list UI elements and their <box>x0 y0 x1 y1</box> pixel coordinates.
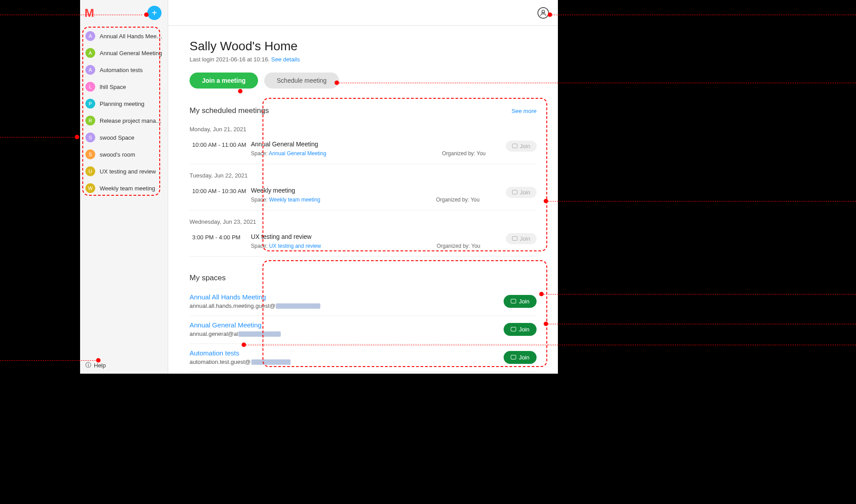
sidebar-item[interactable]: AAnnual All Hands Meeting <box>80 28 168 44</box>
section-title-scheduled: My scheduled meetings <box>190 106 269 115</box>
meeting-title: Weekly meeting <box>251 187 506 194</box>
app-logo: M <box>85 6 93 20</box>
camera-icon <box>512 189 517 196</box>
help-label: Help <box>94 362 106 369</box>
meeting-row: 10:00 AM - 10:30 AMWeekly meetingSpace: … <box>190 182 537 210</box>
space-avatar: L <box>85 82 95 92</box>
sidebar-item-label: lhill Space <box>100 84 126 90</box>
space-avatar: P <box>85 99 95 109</box>
camera-icon <box>511 298 516 305</box>
space-row: Annual General Meetingannual.general@alJ… <box>190 316 537 344</box>
meeting-row: 3:00 PM - 4:00 PMUX testing and reviewSp… <box>190 229 537 257</box>
section-title-myspaces: My spaces <box>190 274 226 282</box>
sidebar-item-label: swood's room <box>100 151 135 158</box>
redacted-text <box>251 359 291 365</box>
meeting-space-link[interactable]: Weekly team meeting <box>269 197 320 203</box>
add-button[interactable]: + <box>147 6 162 20</box>
camera-icon <box>511 354 516 361</box>
space-avatar: S <box>85 133 95 142</box>
day-label: Monday, Jun 21, 2021 <box>190 121 537 136</box>
meeting-space: Space: UX testing and review <box>251 243 321 249</box>
meeting-space: Space: Annual General Meeting <box>251 150 326 157</box>
space-avatar: A <box>85 31 95 41</box>
day-label: Tuesday, Jun 22, 2021 <box>190 167 537 182</box>
user-menu[interactable] <box>537 7 549 19</box>
user-icon <box>539 9 547 17</box>
space-row: Automation testsautomation.test.guest@Jo… <box>190 344 537 372</box>
sidebar-item[interactable]: AAnnual General Meeting <box>80 44 168 61</box>
meeting-time: 10:00 AM - 11:00 AM <box>192 141 251 148</box>
meeting-row: 10:00 AM - 11:00 AMAnnual General Meetin… <box>190 136 537 164</box>
meeting-organizer: Organized by: You <box>436 243 480 249</box>
join-button-disabled: Join <box>506 141 537 152</box>
sidebar-space-list: AAnnual All Hands MeetingAAnnual General… <box>80 26 168 198</box>
meeting-organizer: Organized by: You <box>442 150 485 157</box>
meeting-organizer: Organized by: You <box>436 197 480 203</box>
see-more-link[interactable]: See more <box>512 108 537 114</box>
sidebar-item[interactable]: Llhill Space <box>80 78 168 95</box>
sidebar-item-label: Automation tests <box>100 67 143 73</box>
space-address: annual.general@al <box>190 331 504 337</box>
sidebar-item[interactable]: Sswood's room <box>80 146 168 163</box>
meeting-time: 3:00 PM - 4:00 PM <box>192 233 251 241</box>
space-avatar: A <box>85 65 95 75</box>
sidebar-item-label: Annual All Hands Meeting <box>100 33 162 40</box>
camera-icon <box>512 143 517 149</box>
join-button[interactable]: Join <box>504 351 537 364</box>
join-button-disabled: Join <box>506 233 537 244</box>
sidebar-item[interactable]: PPlanning meeting <box>80 95 168 112</box>
day-label: Wednesday, Jun 23, 2021 <box>190 213 537 229</box>
meeting-space-link[interactable]: Annual General Meeting <box>269 150 326 157</box>
join-button-disabled: Join <box>506 187 537 198</box>
space-avatar: R <box>85 116 95 125</box>
sidebar-item[interactable]: WWeekly team meeting <box>80 180 168 197</box>
space-address: automation.test.guest@ <box>190 359 504 365</box>
sidebar: M + AAnnual All Hands MeetingAAnnual Gen… <box>80 0 168 374</box>
help-link[interactable]: ⓘ Help <box>80 357 168 374</box>
meeting-space-link[interactable]: UX testing and review <box>269 243 321 249</box>
sidebar-item-label: Planning meeting <box>100 101 144 107</box>
sidebar-item-label: swood Space <box>100 134 134 141</box>
camera-icon <box>511 326 516 333</box>
sidebar-item[interactable]: RRelease project manage… <box>80 112 168 129</box>
sidebar-item[interactable]: AAutomation tests <box>80 61 168 78</box>
space-avatar: A <box>85 48 95 58</box>
see-details-link[interactable]: See details <box>271 56 300 63</box>
scheduled-meetings-section: My scheduled meetings See more Monday, J… <box>190 106 537 257</box>
camera-icon <box>512 235 517 242</box>
help-icon: ⓘ <box>85 361 91 369</box>
join-button[interactable]: Join <box>504 323 537 336</box>
sidebar-item[interactable]: Sswood Space <box>80 129 168 146</box>
svg-point-0 <box>542 10 545 13</box>
space-name-link[interactable]: Annual All Hands Meeting <box>190 293 504 301</box>
space-address: annual.all.hands.meeting.guest@ <box>190 302 504 309</box>
sidebar-item-label: Release project manage… <box>100 117 162 124</box>
join-button[interactable]: Join <box>504 295 537 308</box>
space-avatar: W <box>85 183 95 193</box>
sidebar-item-label: UX testing and review <box>100 168 156 175</box>
sidebar-item-label: Annual General Meeting <box>100 50 162 56</box>
meeting-space: Space: Weekly team meeting <box>251 197 320 203</box>
topbar <box>168 0 558 26</box>
redacted-text <box>238 331 281 337</box>
space-name-link[interactable]: Annual General Meeting <box>190 321 504 329</box>
sidebar-item[interactable]: UUX testing and review <box>80 163 168 180</box>
space-avatar: U <box>85 166 95 176</box>
last-login-text: Last login 2021-06-16 at 10:16. <box>190 56 270 63</box>
page-title: Sally Wood's Home <box>190 39 537 53</box>
space-row: Annual All Hands Meetingannual.all.hands… <box>190 288 537 316</box>
space-avatar: S <box>85 149 95 159</box>
last-login-line: Last login 2021-06-16 at 10:16. See deta… <box>190 56 537 63</box>
join-meeting-button[interactable]: Join a meeting <box>190 73 258 89</box>
my-spaces-section: My spaces Annual All Hands Meetingannual… <box>190 274 537 372</box>
meeting-title: UX testing and review <box>251 233 506 240</box>
schedule-meeting-button[interactable]: Schedule meeting <box>264 73 339 89</box>
meeting-title: Annual General Meeting <box>251 141 506 148</box>
redacted-text <box>276 303 320 309</box>
meeting-time: 10:00 AM - 10:30 AM <box>192 187 251 194</box>
plus-icon: + <box>152 8 157 18</box>
sidebar-item-label: Weekly team meeting <box>100 185 155 192</box>
space-name-link[interactable]: Automation tests <box>190 349 504 357</box>
